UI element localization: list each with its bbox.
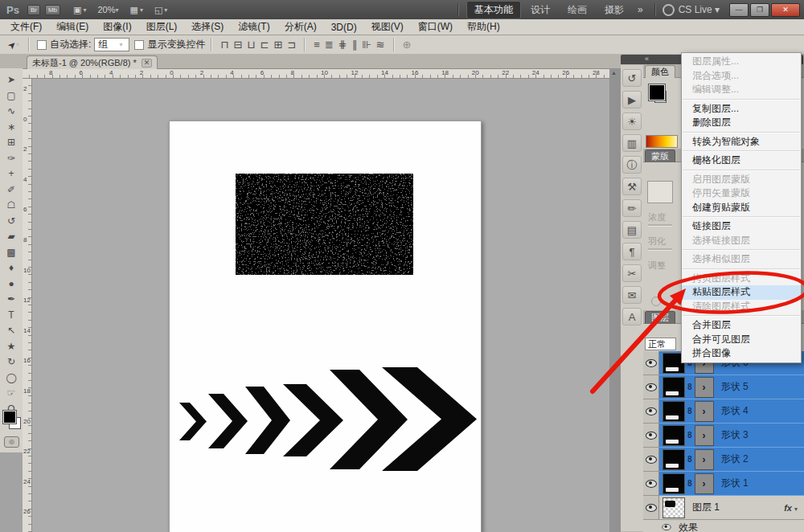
workspace-button[interactable]: 绘画 [560, 1, 595, 19]
layer-effects-badge[interactable]: fx▾ [784, 503, 798, 513]
tool-button[interactable]: + [2, 166, 20, 182]
visibility-toggle[interactable] [643, 375, 659, 399]
distribute-icon[interactable]: ⋕ [338, 39, 347, 51]
tool-button[interactable]: ∗ [2, 120, 20, 135]
menu-item[interactable]: 拼合图像 [682, 346, 801, 361]
menu-bar-item[interactable]: 文件(F) [3, 18, 49, 35]
layer-name[interactable]: 形状 5 [721, 380, 749, 394]
tool-button[interactable]: ☞ [2, 386, 20, 401]
menu-bar-item[interactable]: 窗口(W) [411, 18, 460, 35]
panel-icon[interactable]: ▤ [622, 221, 642, 239]
layer-name[interactable]: 图层 1 [692, 501, 720, 514]
panel-icon[interactable]: A [622, 308, 642, 325]
tab-color[interactable]: 颜色 [645, 65, 675, 78]
workspace-button[interactable]: 基本功能 [466, 1, 521, 19]
workspace-button[interactable]: 摄影 [597, 1, 632, 19]
menu-bar-item[interactable]: 视图(V) [364, 18, 411, 35]
align-icon[interactable]: ⊟ [234, 39, 243, 51]
menu-bar-item[interactable]: 3D(D) [324, 20, 364, 35]
tool-button[interactable]: ↻ [2, 354, 20, 370]
scroll-up-icon[interactable]: ▲ [611, 70, 617, 76]
panel-icon[interactable]: ▶ [622, 91, 642, 108]
tool-button[interactable]: ☖ [2, 198, 20, 213]
menu-bar-item[interactable]: 图层(L) [139, 18, 185, 35]
quick-mask-button[interactable]: ◎ [4, 436, 19, 448]
minimize-button[interactable]: — [729, 3, 749, 17]
layer-thumbnail[interactable] [662, 401, 685, 422]
tool-button[interactable]: ✑ [2, 151, 20, 166]
layer-thumbnail[interactable] [662, 377, 685, 398]
tool-button[interactable]: ↖ [2, 323, 20, 338]
tab-layers[interactable]: 图层 [645, 311, 675, 324]
close-tab-icon[interactable]: ✕ [142, 59, 153, 68]
panel-icon[interactable]: ⚒ [622, 178, 642, 195]
menu-item[interactable]: 粘贴图层样式 [682, 285, 801, 300]
tool-button[interactable]: ↺ [2, 214, 20, 229]
menu-item[interactable]: 合并可见图层 [682, 333, 801, 347]
panel-icon[interactable]: ▥ [622, 134, 642, 152]
mini-bridge-button[interactable]: Mb [45, 5, 60, 15]
vertical-ruler[interactable]: 202468101214161820222426 [23, 79, 32, 532]
document-page[interactable] [169, 121, 482, 532]
restore-button[interactable]: ❐ [750, 3, 769, 17]
tool-button[interactable]: ✒ [2, 292, 20, 307]
blend-mode-dropdown[interactable]: 正常 [645, 338, 676, 350]
tool-button[interactable]: ◯ [2, 370, 20, 386]
layer-name[interactable]: 形状 2 [721, 452, 749, 466]
show-transform-checkbox[interactable] [134, 40, 144, 50]
screen-mode-icon[interactable]: ◱ [154, 5, 162, 15]
panel-icon[interactable]: ↺ [622, 69, 642, 87]
foreground-color-swatch[interactable] [649, 84, 665, 100]
layer-row[interactable]: 8 › 形状 2 [643, 448, 804, 472]
menu-item[interactable]: 合并图层 [682, 318, 801, 333]
visibility-toggle[interactable] [643, 351, 659, 375]
menu-bar-item[interactable]: 编辑(E) [49, 18, 96, 35]
layer-row[interactable]: 8 › 形状 1 [643, 472, 804, 496]
zoom-level-control[interactable]: 20% [97, 5, 115, 14]
bridge-button[interactable]: Br [27, 5, 40, 15]
menu-item[interactable]: 链接图层 [682, 219, 801, 234]
vector-mask-thumbnail[interactable]: › [695, 473, 714, 494]
menu-bar-item[interactable]: 分析(A) [277, 18, 324, 35]
distribute-icon[interactable]: ≡ [314, 39, 320, 51]
tool-button[interactable]: T [2, 308, 20, 323]
cs-live-button[interactable]: CS Live ▾ [662, 4, 720, 16]
color-ramp[interactable] [646, 135, 678, 148]
vector-mask-thumbnail[interactable]: › [695, 401, 714, 422]
layer-name[interactable]: 形状 1 [721, 477, 749, 490]
visibility-toggle[interactable] [643, 448, 659, 472]
auto-select-checkbox[interactable] [37, 40, 47, 50]
tool-button[interactable]: ▢ [2, 88, 20, 104]
align-icon[interactable]: ⊔ [247, 39, 255, 51]
tool-button[interactable]: ⊞ [2, 135, 20, 150]
layer-thumbnail[interactable] [662, 497, 685, 518]
visibility-toggle[interactable] [643, 496, 659, 520]
distribute-icon[interactable]: ≋ [376, 39, 385, 51]
effects-row[interactable]: 效果 [643, 521, 804, 532]
visibility-toggle[interactable] [643, 472, 659, 496]
menu-bar-item[interactable]: 选择(S) [184, 18, 231, 35]
layer-row[interactable]: 图层 1 fx▾ [643, 496, 804, 520]
layer-row[interactable]: 8 › 形状 4 [643, 399, 804, 424]
tool-button[interactable]: ♦ [2, 260, 20, 276]
foreground-color-swatch[interactable] [3, 411, 16, 424]
workspace-button[interactable]: 设计 [523, 1, 558, 19]
layer-thumbnail[interactable] [662, 425, 685, 446]
view-extras-icon[interactable]: ▦ [130, 5, 138, 15]
visibility-toggle[interactable] [643, 399, 659, 424]
close-button[interactable]: ✕ [771, 3, 800, 17]
align-icon[interactable]: ⊏ [260, 39, 269, 51]
distribute-icon[interactable]: ⊪ [362, 39, 371, 51]
tool-button[interactable]: ✐ [2, 182, 20, 198]
menu-bar-item[interactable]: 滤镜(T) [231, 18, 277, 35]
layer-row[interactable]: 8 › 形状 5 [643, 375, 804, 399]
panel-icon[interactable]: ☀ [622, 113, 642, 130]
arrange-documents-icon[interactable]: ▣ [73, 5, 81, 15]
layer-row[interactable]: 8 › 形状 3 [643, 424, 804, 448]
horizontal-ruler[interactable]: 86420246810121416182022242628 [23, 69, 609, 79]
panel-icon[interactable]: ✏ [622, 199, 642, 217]
align-icon[interactable]: ⊞ [274, 39, 283, 51]
align-icon[interactable]: ⊐ [287, 39, 296, 51]
vector-mask-thumbnail[interactable]: › [695, 425, 714, 446]
visibility-toggle[interactable] [643, 424, 659, 448]
